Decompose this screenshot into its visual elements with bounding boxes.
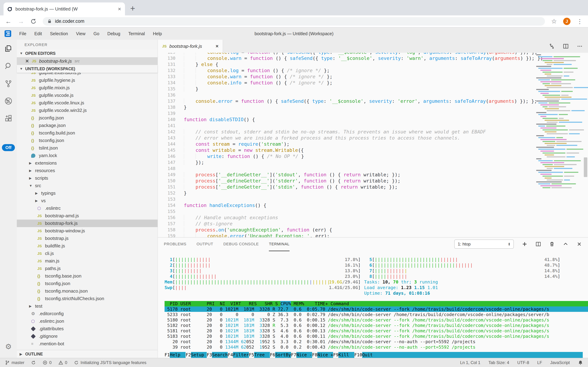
kill-terminal-icon[interactable] <box>549 241 555 247</box>
htop-function-keys[interactable]: F1Help F2Setup F3SearchF4FilterF5Tree F6… <box>158 352 583 358</box>
tree-item-extensions[interactable]: ▶extensions <box>17 159 157 167</box>
menu-help[interactable]: Help <box>153 31 162 36</box>
tree-item-.eslintrc.json[interactable]: ⬡.eslintrc.json <box>17 317 157 325</box>
back-icon[interactable]: ← <box>5 18 12 25</box>
htop-process-row[interactable]: 5233 root 20 0 0 0 0 Z 36.3 0.0 0:02.79 … <box>165 312 588 317</box>
fkey-action-F1[interactable]: Help <box>170 352 186 358</box>
tree-item-.eslintrc[interactable]: ⬡.eslintrc <box>17 205 157 212</box>
open-editors-header[interactable]: ▼ OPEN EDITORS <box>17 50 157 57</box>
tree-item-test[interactable]: ▶test <box>17 302 157 310</box>
tree-item-src[interactable]: ▼src <box>17 182 157 190</box>
tree-item-paths.js[interactable]: JSpaths.js <box>17 265 157 272</box>
fkey-action-F9[interactable]: Kill <box>338 352 354 358</box>
url-bar[interactable]: ide.coder.com <box>43 17 545 25</box>
language-status[interactable]: Initializing JS/TS language features <box>74 360 146 365</box>
debug-off-icon[interactable] <box>4 97 13 105</box>
tree-item-scripts[interactable]: ▶scripts <box>17 174 157 182</box>
tree-item-.gitignore[interactable]: .gitignore <box>17 333 157 340</box>
tree-item-tsconfig.json[interactable]: {}tsconfig.json <box>17 280 157 287</box>
explorer-icon[interactable] <box>4 44 13 53</box>
code-editor[interactable]: 129 console.log = function () { safeSend… <box>158 53 588 237</box>
menu-go[interactable]: Go <box>93 31 99 36</box>
tree-item-bootstrap-fork.js[interactable]: JSbootstrap-fork.js <box>17 220 157 227</box>
htop-process-row[interactable]: 20 root 20 0 1344M 62052 1952 S 3.3 0.2 … <box>165 339 588 344</box>
browser-menu-icon[interactable]: ⋮ <box>577 18 583 25</box>
source-control-icon[interactable] <box>4 79 13 88</box>
fkey-F6[interactable]: F6 <box>270 352 275 358</box>
browser-tab[interactable]: bootstrap-fork.js — Untitled (W × <box>3 2 125 15</box>
menu-debug[interactable]: Debug <box>107 31 120 36</box>
bell-icon[interactable] <box>578 360 583 365</box>
tree-item-gulpfile.mixin.js[interactable]: JSgulpfile.mixin.js <box>17 84 157 92</box>
workspace-header[interactable]: ▼ UNTITLED (WORKSPACE) <box>17 65 157 73</box>
status-javascript[interactable]: JavaScript <box>550 360 570 365</box>
fkey-action-F8[interactable]: Nice + <box>317 352 333 358</box>
close-icon[interactable]: ✕ <box>25 58 29 64</box>
status-lf[interactable]: LF <box>537 360 542 365</box>
menu-file[interactable]: File <box>19 31 26 36</box>
fkey-F10[interactable]: F10 <box>354 352 362 358</box>
collaboration-off-badge[interactable]: Off <box>2 144 15 151</box>
editor-tab-close-icon[interactable]: × <box>216 43 218 49</box>
bookmark-star-icon[interactable]: ☆ <box>551 18 557 25</box>
fkey-action-F3[interactable]: Search <box>212 352 228 358</box>
tree-item-bootstrap-amd.js[interactable]: JSbootstrap-amd.js <box>17 212 157 220</box>
error-count[interactable]: 0 <box>42 360 51 365</box>
sync-button[interactable] <box>31 360 36 365</box>
tree-item-tsconfig.base.json[interactable]: {}tsconfig.base.json <box>17 272 157 280</box>
menu-view[interactable]: View <box>76 31 85 36</box>
forward-icon[interactable]: → <box>18 18 24 25</box>
fkey-F5[interactable]: F5 <box>249 352 254 358</box>
extensions-icon[interactable] <box>4 114 13 123</box>
new-terminal-icon[interactable] <box>522 241 527 247</box>
fkey-action-F6[interactable]: SortBy <box>275 352 291 358</box>
htop-table-header[interactable]: PID USER PRI NI VIRT RES SHR S CPU% MEM%… <box>165 301 588 306</box>
fkey-F1[interactable]: F1 <box>165 352 170 358</box>
panel-tab-output[interactable]: OUTPUT <box>197 238 213 251</box>
tree-item-jsconfig.json[interactable]: {}jsconfig.json <box>17 114 157 122</box>
tree-item-resources[interactable]: ▶resources <box>17 167 157 174</box>
htop-process-row[interactable]: 5183 root 20 0 1021M 181M 3328 S 4.0 0.6… <box>165 334 588 339</box>
tree-item-gulpfile.extensions.js[interactable]: JSgulpfile.extensions.js <box>17 73 157 76</box>
browser-avatar[interactable]: J <box>563 18 571 25</box>
menu-terminal[interactable]: Terminal <box>128 31 145 36</box>
tree-item-tsconfig.strictNullChecks.json[interactable]: {}tsconfig.strictNullChecks.json <box>17 295 157 302</box>
htop-process-row[interactable]: 5180 root 20 0 1021M 181M 3328 S 7.3 0.6… <box>165 317 588 323</box>
tree-item-typings[interactable]: ▶typings <box>17 190 157 197</box>
warning-count[interactable]: 0 <box>58 360 67 365</box>
editor-scrollbar[interactable] <box>584 158 587 177</box>
panel-tab-debug-console[interactable]: DEBUG CONSOLE <box>223 238 259 251</box>
tree-item-cli.js[interactable]: JScli.js <box>17 250 157 257</box>
tree-item-bootstrap.js[interactable]: JSbootstrap.js <box>17 235 157 242</box>
tree-item-gulpfile.vscode.win32.js[interactable]: JSgulpfile.vscode.win32.js <box>17 107 157 114</box>
fkey-F8[interactable]: F8 <box>312 352 317 358</box>
search-icon[interactable] <box>4 62 13 70</box>
tree-item-yarn.lock[interactable]: yarn.lock <box>17 152 157 159</box>
maximize-panel-icon[interactable] <box>563 241 568 247</box>
editor-tab[interactable]: JS bootstrap-fork.js × <box>158 40 223 53</box>
fkey-action-F5[interactable]: Tree <box>254 352 270 358</box>
status-tab-size-4[interactable]: Tab Size: 4 <box>489 360 509 365</box>
status-utf-8[interactable]: UTF-8 <box>517 360 529 365</box>
menu-edit[interactable]: Edit <box>34 31 42 36</box>
tree-item-main.js[interactable]: JSmain.js <box>17 257 157 265</box>
split-terminal-icon[interactable] <box>536 241 541 247</box>
tree-item-package.json[interactable]: {}package.json <box>17 122 157 129</box>
fkey-F2[interactable]: F2 <box>186 352 191 358</box>
htop-process-row[interactable]: 5182 root 20 0 1021M 181M 3328 R 5.3 0.6… <box>165 323 588 328</box>
tree-item-tsconfig.json[interactable]: {}tsconfig.json <box>17 137 157 144</box>
tree-item-gulpfile.hygiene.js[interactable]: JSgulpfile.hygiene.js <box>17 76 157 84</box>
compare-changes-icon[interactable] <box>549 43 555 49</box>
fkey-F4[interactable]: F4 <box>228 352 233 358</box>
tree-item-.gitattributes[interactable]: .gitattributes <box>17 325 157 333</box>
fkey-F7[interactable]: F7 <box>291 352 296 358</box>
panel-tab-problems[interactable]: PROBLEMS <box>164 238 186 251</box>
reload-icon[interactable] <box>31 18 36 24</box>
fkey-F9[interactable]: F9 <box>333 352 338 358</box>
new-tab-button[interactable]: + <box>130 4 135 13</box>
tree-item-bootstrap-window.js[interactable]: JSbootstrap-window.js <box>17 227 157 235</box>
tree-item-.editorconfig[interactable]: ⚙.editorconfig <box>17 310 157 317</box>
menu-selection[interactable]: Selection <box>50 31 68 36</box>
tree-item-tsconfig.build.json[interactable]: {}tsconfig.build.json <box>17 129 157 137</box>
fkey-action-F4[interactable]: Filter <box>233 352 249 358</box>
